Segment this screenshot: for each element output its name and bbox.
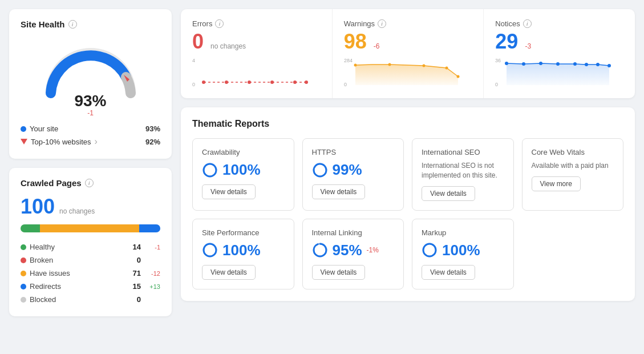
site-health-title: Site Health i	[21, 19, 160, 29]
svg-point-14	[388, 63, 391, 66]
notices-value: 29	[495, 31, 518, 52]
progress-issues	[40, 224, 139, 232]
thematic-reports-card: Thematic Reports Crawlability 100% View …	[181, 107, 635, 301]
svg-text:284: 284	[344, 58, 353, 63]
warnings-title: Warnings i	[344, 19, 472, 28]
notices-delta: -3	[525, 42, 531, 50]
your-site-dot	[21, 126, 26, 132]
warnings-card: Warnings i 98 -6 284 0	[333, 9, 484, 98]
your-site-label: Your site	[30, 124, 58, 133]
gauge-delta: -1	[74, 109, 106, 117]
svg-point-25	[573, 62, 577, 66]
crawled-count-row: 100 no changes	[21, 195, 160, 219]
warnings-info-icon[interactable]: i	[378, 19, 386, 28]
internal-linking-ring-icon	[312, 242, 328, 258]
https-view-btn[interactable]: View details	[312, 184, 366, 199]
blocked-count: 0	[127, 295, 141, 304]
crawlability-label: Crawlability	[202, 148, 285, 156]
svg-point-32	[314, 164, 326, 176]
gauge-percent: 93%	[74, 93, 106, 109]
svg-point-28	[607, 64, 611, 67]
healthy-dot	[21, 244, 26, 250]
svg-point-4	[202, 81, 205, 84]
report-https: HTTPS 99% View details	[302, 138, 404, 211]
warnings-label: Warnings	[344, 19, 375, 28]
your-site-value: 93%	[145, 124, 160, 133]
site-health-info-icon[interactable]: i	[68, 20, 77, 29]
svg-point-24	[556, 62, 560, 66]
notices-label: Notices	[495, 19, 520, 28]
gauge-center: 93% -1	[74, 93, 106, 117]
markup-ring-icon	[422, 242, 438, 258]
errors-card: Errors i 0 no changes 4 0	[181, 9, 333, 98]
warnings-value: 98	[344, 31, 367, 52]
notices-info-icon[interactable]: i	[523, 19, 532, 28]
top10-expand-icon[interactable]: ›	[95, 136, 98, 147]
svg-point-15	[422, 65, 425, 67]
crawled-pages-info-icon[interactable]: i	[85, 179, 94, 187]
report-international-seo: International SEO International SEO is n…	[412, 138, 514, 211]
svg-point-6	[248, 81, 251, 84]
svg-point-8	[293, 81, 297, 84]
site-health-card: Site Health i 93% -1	[9, 9, 172, 159]
progress-healthy	[21, 224, 40, 232]
broken-label: Broken	[30, 256, 124, 264]
blocked-dot	[21, 297, 26, 303]
reports-grid-row1: Crawlability 100% View details HTTPS	[192, 138, 623, 211]
international-seo-view-btn[interactable]: View details	[422, 186, 475, 201]
errors-label: Errors	[192, 19, 212, 28]
svg-text:0: 0	[192, 82, 195, 87]
site-performance-view-btn[interactable]: View details	[202, 265, 256, 280]
left-column: Site Health i 93% -1	[9, 9, 172, 316]
crawlability-view-btn[interactable]: View details	[202, 184, 256, 199]
have-issues-dot	[21, 271, 26, 276]
svg-point-38	[423, 244, 436, 256]
healthy-delta: -1	[144, 244, 160, 251]
internal-linking-view-btn[interactable]: View details	[312, 265, 366, 280]
international-seo-label: International SEO	[422, 148, 504, 156]
redirects-label: Redirects	[30, 282, 124, 291]
report-site-performance: Site Performance 100% View details	[192, 219, 294, 289]
svg-point-30	[204, 164, 216, 176]
core-web-vitals-desc: Available with a paid plan	[532, 161, 614, 171]
svg-text:0: 0	[344, 82, 347, 87]
stat-broken: Broken 0	[21, 254, 160, 267]
report-internal-linking: Internal Linking 95% -1% View details	[302, 219, 404, 289]
svg-marker-20	[507, 63, 609, 85]
svg-text:36: 36	[495, 58, 501, 63]
site-health-label: Site Health	[21, 19, 65, 29]
site-performance-score: 100%	[202, 242, 285, 259]
reports-grid-empty-cell	[522, 219, 624, 289]
markup-score: 100%	[422, 242, 504, 259]
markup-label: Markup	[422, 228, 504, 237]
redirects-dot	[21, 284, 26, 289]
internal-linking-delta: -1%	[367, 246, 379, 254]
notices-card: Notices i 29 -3 36 0	[484, 9, 635, 98]
stat-healthy: Healthy 14 -1	[21, 240, 160, 254]
svg-text:0: 0	[495, 82, 498, 87]
errors-chart: 4 0	[192, 57, 321, 88]
gauge-wrapper: 93% -1	[21, 36, 160, 117]
crawled-sub: no changes	[59, 207, 95, 215]
gauge-chart	[39, 36, 142, 99]
report-crawlability: Crawlability 100% View details	[192, 138, 294, 211]
svg-point-36	[314, 244, 326, 256]
notices-title: Notices i	[495, 19, 623, 28]
core-web-vitals-view-btn[interactable]: View more	[532, 176, 581, 191]
warnings-delta: -6	[374, 42, 380, 50]
international-seo-desc: International SEO is not implemented on …	[422, 161, 504, 180]
blocked-label: Blocked	[30, 295, 124, 304]
progress-redirects	[139, 224, 160, 232]
svg-point-17	[456, 75, 459, 78]
svg-point-21	[505, 62, 508, 65]
crawled-pages-label: Crawled Pages	[21, 178, 82, 188]
errors-info-icon[interactable]: i	[215, 19, 224, 28]
broken-dot	[21, 258, 26, 263]
redirects-delta: +13	[144, 283, 160, 290]
stat-blocked: Blocked 0	[21, 293, 160, 306]
svg-point-26	[585, 63, 588, 66]
report-markup: Markup 100% View details	[412, 219, 514, 289]
internal-linking-label: Internal Linking	[312, 228, 395, 237]
markup-view-btn[interactable]: View details	[422, 265, 475, 280]
crawled-progress-bar	[21, 224, 160, 232]
